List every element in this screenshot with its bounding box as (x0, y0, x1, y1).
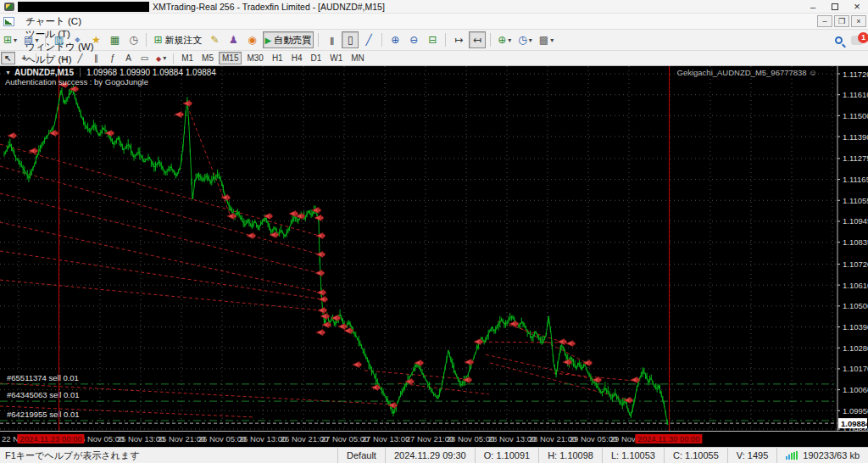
zoom-in-icon (391, 34, 399, 46)
timeframe-button-h4[interactable]: H4 (288, 52, 306, 64)
arrows-tool-button[interactable] (153, 52, 169, 64)
community-button[interactable] (225, 31, 242, 48)
line-studies-toolbar: M1M5M15M30H1H4D1W1MN (0, 51, 868, 66)
horizontal-line-tool-button[interactable] (57, 52, 71, 64)
periods-button[interactable] (515, 31, 535, 48)
price-axis-label: 1.09950 (843, 406, 868, 416)
zoom-in-button[interactable] (387, 31, 403, 48)
trade-arrow-dot (598, 378, 602, 382)
trade-arrow-dot (515, 322, 519, 326)
text-label-tool-button[interactable] (137, 52, 152, 64)
vertical-line-tool-button[interactable] (41, 52, 55, 64)
price-axis-label: 1.11610 (843, 90, 868, 99)
templates-button[interactable] (537, 31, 556, 48)
window-title: XMTrading-Real 256 - Tradexfin Limited -… (153, 2, 385, 12)
chart-shift-button[interactable] (469, 31, 486, 48)
auto-scroll-button[interactable] (450, 31, 467, 48)
time-axis[interactable]: 22 Nov 2022024.11.23 00:0025 Nov 05:0025… (0, 431, 868, 447)
trade-arrow-dot (302, 215, 305, 218)
time-axis-label: 27 Nov 13:00 (362, 434, 410, 443)
trade-arrow-dot (111, 131, 114, 135)
autotrading-button[interactable]: 自動売買 (263, 31, 314, 48)
line-chart-mode-button[interactable] (360, 31, 377, 48)
crosshair-icon (22, 53, 27, 63)
metaeditor-button[interactable] (207, 31, 224, 48)
horizontal-line-icon (61, 53, 67, 63)
zoom-out-button[interactable] (405, 31, 422, 48)
timeframe-button-m15[interactable]: M15 (219, 52, 242, 64)
maximize-button[interactable] (824, 0, 846, 13)
status-segment-0[interactable]: Default (337, 448, 385, 463)
trade-arrow-dot (569, 360, 572, 364)
trade-arrow-dot (359, 363, 362, 366)
timeframe-button-m1[interactable]: M1 (178, 52, 197, 64)
child-minimize-button[interactable]: – (817, 15, 832, 27)
trade-arrow-dot (572, 342, 576, 345)
data-window-button[interactable] (69, 31, 86, 48)
tile-windows-button[interactable] (424, 31, 441, 48)
strategy-tester-button[interactable] (125, 31, 142, 48)
fibonacci-icon (110, 53, 115, 63)
timeframe-button-h1[interactable]: H1 (269, 52, 287, 64)
trade-arrow-dot (14, 134, 17, 137)
fibonacci-tool-button[interactable] (105, 52, 120, 64)
profiles-icon (24, 34, 33, 46)
cursor-tool-button[interactable] (1, 52, 15, 64)
auto-scroll-icon (454, 34, 463, 46)
candlestick-mode-button[interactable] (342, 31, 359, 48)
minimize-button[interactable] (802, 0, 824, 13)
crosshair-tool-button[interactable] (17, 52, 31, 64)
chevron-down-icon: ▼ (5, 70, 11, 75)
text-tool-button[interactable] (121, 52, 136, 64)
strategy-tester-icon (129, 34, 137, 46)
timeframe-button-w1[interactable]: W1 (326, 52, 346, 64)
search-icon[interactable] (835, 36, 843, 44)
child-close-button[interactable]: × (851, 15, 866, 27)
timeframe-button-m30[interactable]: M30 (243, 52, 266, 64)
trade-arrow-dot (35, 149, 38, 153)
trade-arrow-dot (189, 102, 192, 105)
trade-arrow-dot (75, 87, 79, 91)
notifications-icon[interactable]: 1 (851, 36, 863, 45)
trade-arrow-dot (420, 361, 424, 365)
ea-name-label: Gekigachi_AUDNZD_M5_96777838 (677, 68, 818, 77)
navigator-button[interactable] (87, 31, 104, 48)
trade-arrow-dot (323, 291, 326, 294)
bar-chart-mode-button[interactable] (323, 31, 340, 48)
trade-history-line (498, 321, 570, 344)
new-order-button[interactable]: 新規注文 (151, 31, 204, 48)
profiles-button[interactable] (21, 31, 41, 48)
trade-arrow-dot (253, 234, 256, 237)
status-segment-4: L: 1.10053 (602, 448, 664, 463)
price-axis-label: 1.11055 (843, 196, 868, 205)
price-axis-label: 1.10170 (843, 364, 868, 373)
timeframe-button-m5[interactable]: M5 (198, 52, 217, 64)
trade-arrow-dot (318, 209, 321, 212)
new-order-icon (153, 34, 162, 46)
child-restore-button[interactable]: ❒ (834, 15, 849, 27)
status-segment-3: H: 1.10098 (538, 448, 602, 463)
close-button[interactable] (846, 0, 868, 13)
channel-tool-button[interactable] (89, 52, 103, 64)
app-icon (4, 3, 14, 11)
mt4-window: XMTrading-Real 256 - Tradexfin Limited -… (0, 0, 868, 463)
trade-arrow-dot (322, 234, 326, 237)
periods-icon (518, 34, 526, 46)
timeframe-button-mn[interactable]: MN (348, 52, 368, 64)
chart-canvas[interactable]: 1.117201.116101.115001.113901.112751.111… (0, 66, 868, 431)
status-bar: F1キーでヘルプが表示されます Default2024.11.29 09:30O… (0, 447, 868, 463)
indicators-button[interactable] (495, 31, 514, 48)
trade-history-line (0, 280, 321, 310)
ea-auth-message: Authentication success : by GogoJungle (5, 77, 148, 86)
timeframe-button-d1[interactable]: D1 (307, 52, 325, 64)
price-axis-label: 1.10945 (843, 216, 868, 226)
terminal-button[interactable] (106, 31, 123, 48)
trendline-tool-button[interactable] (73, 52, 87, 64)
chart-area[interactable]: 1.117201.116101.115001.113901.112751.111… (0, 66, 868, 431)
trade-arrow-dot (275, 233, 279, 237)
status-help-text: F1キーでヘルプが表示されます (0, 449, 139, 462)
menu-item-3[interactable]: チャート (C) (19, 15, 101, 28)
market-watch-button[interactable] (50, 31, 67, 48)
new-chart-button[interactable] (1, 31, 19, 48)
signals-button[interactable] (244, 31, 261, 48)
